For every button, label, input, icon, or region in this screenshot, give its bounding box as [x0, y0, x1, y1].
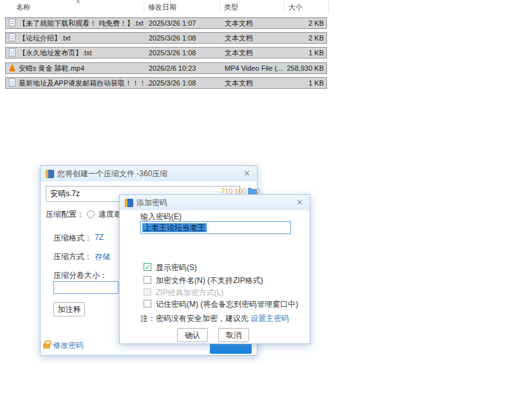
method-label: 压缩方式：: [53, 251, 92, 262]
security-note: 注：密码没有安全加密，建议先 设置主密码: [140, 313, 289, 324]
format-label: 压缩格式：: [53, 233, 92, 244]
selected-password-text: 上老王论坛当老王: [142, 223, 207, 232]
radio-button-speed[interactable]: [87, 210, 95, 218]
format-value-link[interactable]: 7Z: [95, 233, 104, 242]
file-name: 安晴s 黄金 舔鞋.mp4: [19, 63, 84, 73]
change-password-link[interactable]: 修改密码: [53, 340, 84, 351]
close-icon[interactable]: ✕: [296, 195, 303, 210]
file-date: 2025/3/26 1:07: [149, 18, 196, 28]
desktop: 名称 ∧ 修改日期 类型 大小 【来了就能下载和观看！ 纯免费！】.txt 20…: [0, 0, 515, 420]
text-file-icon: [9, 33, 15, 42]
show-password-label: 显示密码(S): [156, 262, 197, 273]
column-header-name[interactable]: 名称: [16, 3, 30, 12]
text-file-icon: [9, 48, 15, 57]
file-name: 【永久地址发布页】.txt: [19, 48, 92, 58]
dialog-titlebar[interactable]: 添加密码 ✕: [120, 195, 310, 210]
dialog-title: 添加密码: [136, 195, 167, 210]
column-header-type[interactable]: 类型: [224, 3, 238, 12]
table-row[interactable]: 【永久地址发布页】.txt 2025/3/26 1:08 文本文档 1 KB: [5, 47, 327, 59]
sort-asc-icon: ∧: [76, 0, 80, 5]
remember-password-label: 记住密码(M) (将会备忘到密码管理窗口中): [156, 299, 298, 310]
column-resize-handle[interactable]: [284, 0, 285, 13]
password-input[interactable]: 上老王论坛当老王: [140, 221, 291, 234]
table-row[interactable]: 【来了就能下载和观看！ 纯免费！】.txt 2025/3/26 1:07 文本文…: [5, 17, 327, 29]
checkbox-checked-icon[interactable]: ✓: [144, 263, 151, 271]
checkbox-unchecked-icon[interactable]: [144, 276, 151, 284]
method-value-link[interactable]: 存储: [95, 251, 110, 262]
file-type: 文本文档: [225, 18, 253, 28]
column-resize-handle[interactable]: [144, 0, 144, 13]
compress-config-label: 压缩配置：: [46, 209, 84, 220]
file-type: 文本文档: [225, 78, 253, 88]
360zip-app-icon: [46, 170, 54, 178]
volume-size-label: 压缩分卷大小：: [53, 270, 108, 281]
column-header-size[interactable]: 大小: [288, 3, 303, 12]
add-password-dialog: 添加密码 ✕ 输入密码(E) 上老王论坛当老王 ✓ 显示密码(S) 加密文件名(…: [119, 194, 310, 344]
file-type: MP4 Video File (...: [225, 63, 283, 73]
file-date: 2026/2/6 10:23: [149, 63, 196, 73]
file-size: 2 KB: [308, 33, 324, 43]
table-row[interactable]: 安晴s 黄金 舔鞋.mp4 2026/2/6 10:23 MP4 Video F…: [5, 62, 327, 74]
file-date: 2025/3/26 1:08: [149, 78, 196, 88]
volume-size-input[interactable]: [53, 281, 118, 294]
column-resize-handle[interactable]: [220, 0, 220, 13]
add-comment-button[interactable]: 加注释: [53, 302, 85, 316]
table-row[interactable]: 【论坛介绍】.txt 2025/3/26 1:08 文本文档 2 KB: [5, 32, 327, 44]
file-name: 最新地址及APP请发邮箱自动获取！！！....: [19, 78, 154, 88]
360zip-app-icon: [125, 199, 133, 207]
text-file-icon: [9, 78, 15, 87]
table-row[interactable]: 最新地址及APP请发邮箱自动获取！！！.... 2025/3/26 1:08 文…: [5, 77, 327, 89]
file-date: 2025/3/26 1:08: [149, 33, 196, 43]
checkbox-unchecked-icon[interactable]: [144, 300, 151, 307]
file-size: 1 KB: [308, 78, 324, 88]
file-size: 2 KB: [308, 18, 324, 28]
column-resize-handle[interactable]: [328, 0, 329, 13]
vlc-cone-icon: [8, 64, 17, 73]
file-name: 【论坛介绍】.txt: [19, 33, 71, 43]
column-header-date[interactable]: 修改日期: [148, 3, 176, 12]
file-size: 1 KB: [308, 48, 324, 58]
file-type: 文本文档: [225, 33, 253, 43]
lock-icon: [43, 343, 50, 349]
dialog-title: 您将创建一个压缩文件 -360压缩: [57, 166, 167, 181]
set-master-password-link[interactable]: 设置主密码: [250, 314, 289, 323]
confirm-button[interactable]: 确认: [177, 328, 208, 342]
dialog-titlebar[interactable]: 您将创建一个压缩文件 -360压缩 ✕: [41, 166, 257, 181]
text-file-icon: [9, 19, 15, 27]
encrypt-filename-label: 加密文件名(N) (不支持ZIP格式): [156, 275, 263, 286]
file-type: 文本文档: [225, 48, 253, 58]
file-name: 【来了就能下载和观看！ 纯免费！】.txt: [19, 18, 144, 28]
file-size: 258,930 KB: [287, 63, 324, 73]
note-text: 注：密码没有安全加密，建议先: [140, 314, 250, 323]
zip-classic-label: ZIP经典加密方式(L): [156, 288, 223, 298]
close-icon[interactable]: ✕: [243, 166, 250, 181]
checkbox-disabled-icon: [144, 288, 151, 296]
file-date: 2025/3/26 1:08: [149, 48, 196, 58]
cancel-button[interactable]: 取消: [218, 328, 249, 342]
file-list-header: 名称 ∧ 修改日期 类型 大小: [0, 0, 332, 13]
